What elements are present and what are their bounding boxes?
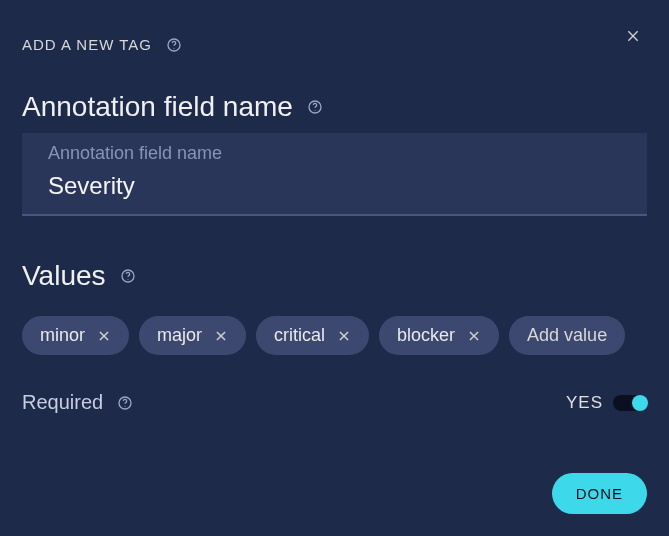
modal-title: ADD A NEW TAG (22, 36, 152, 53)
chip-label: blocker (397, 325, 455, 346)
required-toggle[interactable] (613, 395, 647, 411)
chip-remove-icon[interactable] (214, 329, 228, 343)
chip-remove-icon[interactable] (467, 329, 481, 343)
help-icon[interactable] (307, 99, 323, 115)
field-name-label-row: Annotation field name (22, 91, 647, 123)
chip-remove-icon[interactable] (97, 329, 111, 343)
required-left: Required (22, 391, 133, 414)
value-chip: minor (22, 316, 129, 355)
help-icon[interactable] (117, 395, 133, 411)
chip-list: minormajorcriticalblockerAdd value (22, 316, 647, 355)
svg-point-7 (127, 279, 128, 280)
value-chip: blocker (379, 316, 499, 355)
field-name-input-container[interactable]: Annotation field name (22, 133, 647, 216)
add-tag-modal: ADD A NEW TAG Annotation field name Anno… (0, 0, 669, 536)
field-name-floating-label: Annotation field name (48, 143, 621, 164)
chip-label: major (157, 325, 202, 346)
toggle-state-label: YES (566, 393, 603, 413)
chip-remove-icon[interactable] (337, 329, 351, 343)
svg-point-3 (173, 47, 174, 48)
toggle-knob (632, 395, 648, 411)
value-chip: major (139, 316, 246, 355)
required-right: YES (566, 393, 647, 413)
add-value-chip[interactable]: Add value (509, 316, 625, 355)
add-value-label: Add value (527, 325, 607, 346)
svg-point-5 (314, 110, 315, 111)
done-button[interactable]: DONE (552, 473, 647, 514)
svg-point-17 (125, 405, 126, 406)
chip-label: minor (40, 325, 85, 346)
values-section-label: Values (22, 260, 106, 292)
field-name-section-label: Annotation field name (22, 91, 293, 123)
chip-label: critical (274, 325, 325, 346)
field-name-input[interactable] (48, 172, 621, 200)
close-button[interactable] (625, 28, 641, 48)
help-icon[interactable] (166, 37, 182, 53)
required-label: Required (22, 391, 103, 414)
modal-title-row: ADD A NEW TAG (22, 36, 647, 53)
value-chip: critical (256, 316, 369, 355)
help-icon[interactable] (120, 268, 136, 284)
values-label-row: Values (22, 260, 647, 292)
close-icon (625, 28, 641, 48)
required-row: Required YES (22, 391, 647, 414)
